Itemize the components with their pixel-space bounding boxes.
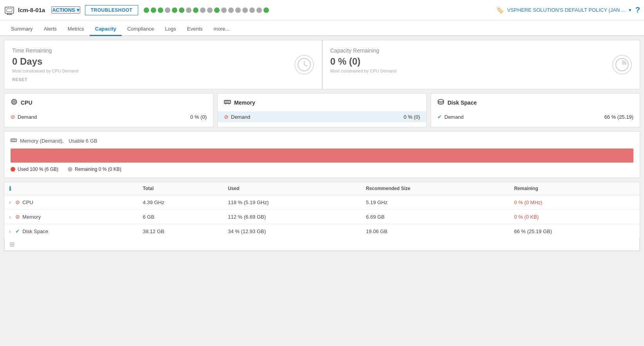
memory-remaining: 0 % (0 KB) — [509, 210, 640, 224]
tab-compliance[interactable]: Compliance — [122, 23, 160, 36]
capacity-remaining-value: 0 % (0) — [330, 56, 632, 67]
help-icon[interactable]: ? — [635, 5, 640, 14]
status-dot-6 — [179, 7, 184, 13]
disk-ok-icon: ✔ — [437, 114, 442, 120]
time-remaining-sub: Most constrained by CPU Demand — [12, 69, 314, 73]
status-dots — [144, 7, 269, 13]
cpu-demand-value: 0 % (0) — [190, 114, 207, 120]
legend-remaining: Remaining 0 % (0 KB) — [68, 167, 121, 172]
disk-demand-row: ✔ Demand 66 % (25.19) — [437, 111, 633, 122]
legend-used: Used 100 % (6 GB) — [11, 167, 58, 172]
col-used: Used — [223, 182, 361, 195]
cpu-icon — [11, 98, 18, 107]
status-dot-14 — [235, 7, 241, 13]
tab-more[interactable]: more... — [208, 23, 235, 36]
time-remaining-title: Time Remaining — [12, 47, 314, 54]
cpu-card: CPU ⊘ Demand 0 % (0) — [4, 93, 213, 127]
capacity-icon — [612, 55, 632, 74]
col-recommended: Recommended Size — [361, 182, 509, 195]
memory-expand-icon[interactable]: › — [9, 214, 11, 220]
memory-demand-label: ⊘ Demand — [224, 114, 250, 120]
table-row-cpu: › ⊘ CPU 4.39 GHz 118 % (5.19 GHz) 5.19 G… — [4, 195, 640, 210]
bottom-table-icon: ⊞ — [9, 241, 14, 248]
status-dot-18 — [263, 7, 269, 13]
info-icon: ℹ — [9, 185, 11, 192]
table-row-memory: › ⊘ Memory 6 GB 112 % (6.69 GB) 6.69 GB … — [4, 210, 640, 224]
memory-icon — [224, 98, 231, 107]
disk-icon — [437, 98, 444, 107]
status-dot-2 — [151, 7, 156, 13]
tab-summary[interactable]: Summary — [5, 23, 38, 36]
svg-rect-1 — [7, 9, 12, 12]
reset-button[interactable]: RESET — [12, 77, 314, 82]
svg-rect-27 — [11, 139, 16, 141]
capacity-remaining-card: Capacity Remaining 0 % (0) Most constrai… — [322, 40, 640, 89]
policy-section[interactable]: 🏷️ VSPHERE SOLUTION'S DEFAULT POLICY (JA… — [496, 6, 631, 14]
status-dot-3 — [158, 7, 163, 13]
policy-label: VSPHERE SOLUTION'S DEFAULT POLICY (JAN .… — [507, 7, 625, 13]
svg-rect-19 — [224, 100, 231, 103]
disk-table-ok-icon: ✔ — [15, 228, 20, 234]
status-dot-7 — [186, 7, 191, 13]
time-remaining-card: Time Remaining 0 Days Most constrained b… — [4, 40, 322, 89]
svg-point-26 — [438, 100, 444, 102]
svg-rect-0 — [5, 7, 14, 13]
status-dot-4 — [165, 7, 170, 13]
status-dot-11 — [214, 7, 220, 13]
legend-remaining-dot — [68, 167, 72, 172]
cpu-card-title: CPU — [11, 98, 207, 107]
status-dot-13 — [228, 7, 234, 13]
main-content: Time Remaining 0 Days Most constrained b… — [0, 36, 644, 255]
disk-card-title: Disk Space — [437, 98, 633, 107]
status-dot-10 — [207, 7, 213, 13]
disk-expand-icon[interactable]: › — [9, 228, 11, 234]
status-dot-8 — [193, 7, 198, 13]
status-dot-1 — [144, 7, 149, 13]
policy-chevron-icon: ▾ — [629, 7, 631, 13]
actions-button[interactable]: ACTIONS ▾ — [51, 6, 80, 14]
col-total: Total — [138, 182, 223, 195]
status-dot-15 — [242, 7, 248, 13]
nav-tabs: Summary Alerts Metrics Capacity Complian… — [0, 20, 644, 36]
memory-warning-icon: ⊘ — [224, 114, 229, 120]
memory-recommended: 6.69 GB — [361, 210, 509, 224]
memory-card-title: Memory — [224, 98, 420, 107]
svg-line-7 — [304, 65, 307, 66]
data-table-section: ℹ Total Used Recommended Size Remaining … — [4, 182, 640, 251]
cpu-total: 4.39 GHz — [138, 195, 223, 210]
tab-events[interactable]: Events — [182, 23, 208, 36]
tab-logs[interactable]: Logs — [160, 23, 182, 36]
memory-bar-title: Memory (Demand), Usable 6 GB — [11, 137, 633, 145]
memory-total: 6 GB — [138, 210, 223, 224]
disk-total: 38.12 GB — [138, 224, 223, 239]
memory-legend: Used 100 % (6 GB) Remaining 0 % (0 KB) — [11, 167, 633, 172]
troubleshoot-button[interactable]: TROUBLESHOOT — [85, 5, 139, 15]
cpu-remaining: 0 % (0 MHz) — [509, 195, 640, 210]
memory-row-name: › ⊘ Memory — [4, 210, 138, 224]
memory-demand-row: ⊘ Demand 0 % (0) — [218, 111, 426, 122]
status-dot-9 — [200, 7, 206, 13]
table-row-disk: › ✔ Disk Space 38.12 GB 34 % (12.93 GB) … — [4, 224, 640, 239]
tab-capacity[interactable]: Capacity — [90, 23, 122, 36]
time-remaining-value: 0 Days — [12, 56, 314, 67]
col-name: ℹ — [4, 182, 138, 195]
cpu-expand-icon[interactable]: › — [9, 199, 11, 205]
memory-bar-icon — [11, 137, 17, 145]
col-remaining: Remaining — [509, 182, 640, 195]
status-dot-5 — [172, 7, 177, 13]
svg-rect-10 — [13, 101, 15, 103]
time-icon — [294, 55, 314, 74]
status-dot-16 — [249, 7, 255, 13]
memory-card: Memory ⊘ Demand 0 % (0) — [217, 93, 427, 127]
cpu-demand-label: ⊘ Demand — [11, 114, 37, 120]
memory-demand-value: 0 % (0) — [404, 114, 420, 120]
cpu-warning-icon: ⊘ — [11, 114, 15, 120]
tab-alerts[interactable]: Alerts — [38, 23, 62, 36]
tab-metrics[interactable]: Metrics — [62, 23, 90, 36]
disk-used: 34 % (12.93 GB) — [223, 224, 361, 239]
disk-demand-label: ✔ Demand — [437, 114, 464, 120]
chevron-down-icon: ▾ — [77, 7, 79, 13]
status-dot-12 — [221, 7, 227, 13]
top-bar: lcm-8-01a ACTIONS ▾ TROUBLESHOOT 🏷️ VSPH… — [0, 0, 644, 20]
memory-table-warning-icon: ⊘ — [15, 214, 20, 220]
